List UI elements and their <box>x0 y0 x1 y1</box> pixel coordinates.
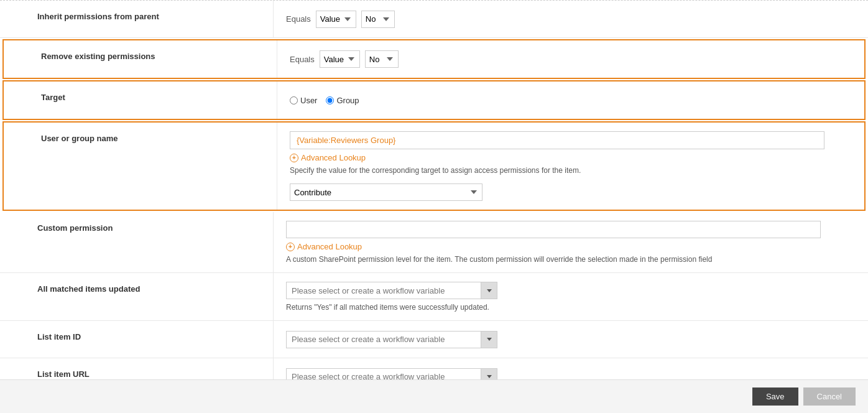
row-list-item-id: List item ID <box>0 321 868 358</box>
field-inherit-permissions: Equals Value No Yes <box>274 1 868 37</box>
inherit-value-select[interactable]: Value <box>316 11 356 28</box>
permission-select[interactable]: Contribute Read Full Control Edit <box>290 183 482 201</box>
all-matched-var-input[interactable] <box>287 284 481 298</box>
remove-value-select2[interactable]: No Yes <box>365 50 399 68</box>
list-item-id-dropdown-icon <box>487 338 492 341</box>
field-all-matched: Returns "Yes" if all matched items were … <box>274 273 868 320</box>
radio-user-input[interactable] <box>290 96 298 104</box>
inherit-value-select2[interactable]: No Yes <box>361 11 395 28</box>
label-remove-existing: Remove existing permissions <box>4 40 277 78</box>
target-radio-group: User Group <box>290 96 852 105</box>
save-button[interactable]: Save <box>752 387 798 406</box>
row-target-wrapper: Target User Group <box>2 80 866 120</box>
row-target: Target User Group <box>4 81 864 119</box>
variable-box[interactable]: {Variable:Reviewers Group} <box>290 131 824 149</box>
all-matched-help: Returns "Yes" if all matched items were … <box>286 303 856 312</box>
label-custom-permission: Custom permission <box>0 212 274 272</box>
inherit-fields: Equals Value No Yes <box>286 11 856 28</box>
advanced-lookup-label: Advanced Lookup <box>301 153 366 162</box>
label-user-group: User or group name <box>4 123 277 210</box>
remove-fields: Equals Value No Yes <box>290 50 852 68</box>
page-container: Inherit permissions from parent Equals V… <box>0 0 868 413</box>
radio-group-label: Group <box>336 96 359 105</box>
equals-label-0: Equals <box>286 14 311 24</box>
row-remove-existing-wrapper: Remove existing permissions Equals Value… <box>2 39 866 79</box>
label-inherit-permissions: Inherit permissions from parent <box>0 1 274 37</box>
advanced-lookup-icon: + <box>290 154 298 162</box>
field-target: User Group <box>277 81 864 119</box>
list-item-id-var-wrapper <box>286 331 497 348</box>
label-target: Target <box>4 81 277 119</box>
field-remove-existing: Equals Value No Yes <box>277 40 864 78</box>
custom-advanced-lookup-icon: + <box>286 243 295 251</box>
user-group-help: Specify the value for the corresponding … <box>290 166 852 175</box>
cancel-button[interactable]: Cancel <box>803 387 856 406</box>
row-remove-existing: Remove existing permissions Equals Value… <box>4 40 864 78</box>
radio-group-input[interactable] <box>326 96 334 104</box>
row-user-group-wrapper: User or group name {Variable:Reviewers G… <box>2 121 866 211</box>
radio-group[interactable]: Group <box>326 96 359 105</box>
advanced-lookup-link[interactable]: + Advanced Lookup <box>290 153 852 162</box>
list-item-id-var-btn[interactable] <box>481 332 497 348</box>
all-matched-var-btn[interactable] <box>481 282 497 299</box>
field-custom-permission: + Advanced Lookup A custom SharePoint pe… <box>274 212 868 272</box>
bottom-bar: Save Cancel <box>0 379 868 413</box>
custom-permission-input[interactable] <box>286 221 821 238</box>
radio-user[interactable]: User <box>290 96 317 105</box>
label-list-item-id: List item ID <box>0 321 274 358</box>
equals-label-1: Equals <box>290 55 315 64</box>
list-item-url-dropdown-icon <box>487 375 492 378</box>
custom-advanced-lookup-label: Advanced Lookup <box>297 242 362 251</box>
remove-value-select[interactable]: Value <box>320 50 360 68</box>
permission-row: Contribute Read Full Control Edit <box>290 183 852 201</box>
row-all-matched: All matched items updated Returns "Yes" … <box>0 273 868 321</box>
row-inherit-permissions: Inherit permissions from parent Equals V… <box>0 1 868 38</box>
list-item-id-var-input[interactable] <box>287 332 481 346</box>
custom-advanced-lookup[interactable]: + Advanced Lookup <box>286 242 856 251</box>
all-matched-var-wrapper <box>286 282 497 299</box>
custom-permission-help: A custom SharePoint permission level for… <box>286 255 856 264</box>
field-user-group: {Variable:Reviewers Group} + Advanced Lo… <box>277 123 864 210</box>
label-all-matched: All matched items updated <box>0 273 274 320</box>
row-custom-permission: Custom permission + Advanced Lookup A cu… <box>0 212 868 273</box>
field-list-item-id <box>274 321 868 358</box>
row-user-group: User or group name {Variable:Reviewers G… <box>4 123 864 210</box>
all-matched-dropdown-icon <box>487 289 492 292</box>
radio-user-label: User <box>300 96 317 105</box>
variable-value: {Variable:Reviewers Group} <box>297 136 395 145</box>
